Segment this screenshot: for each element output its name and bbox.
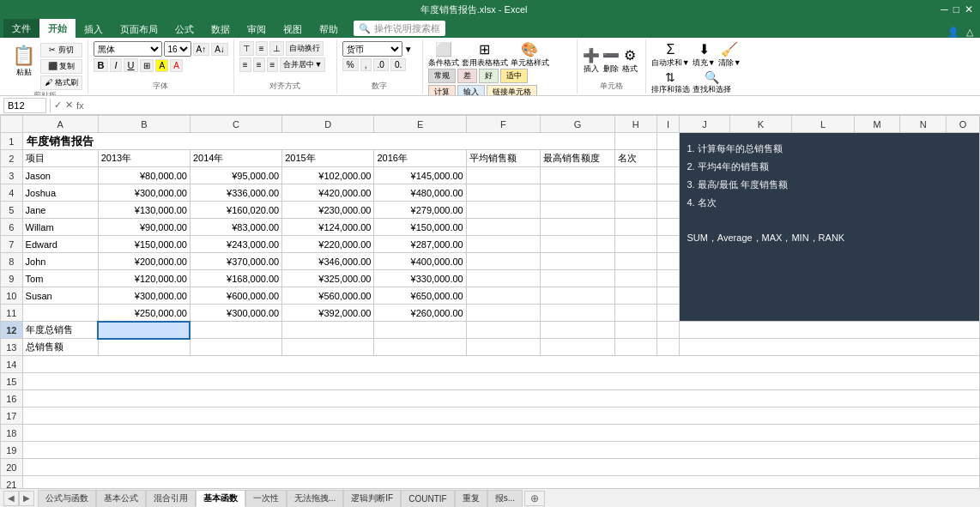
tab-view[interactable]: 视图: [275, 21, 311, 38]
cell-c4[interactable]: ¥336,000.00: [190, 184, 281, 202]
paste-button[interactable]: 📋 粘贴: [9, 43, 39, 80]
cell-a8[interactable]: John: [22, 253, 98, 270]
percent-button[interactable]: %: [342, 58, 359, 71]
cell-b5[interactable]: ¥130,000.00: [98, 202, 190, 219]
sheet-tab-basic-formula[interactable]: 基本公式: [96, 490, 146, 507]
cell-e8[interactable]: ¥400,000.00: [374, 253, 466, 270]
cut-button[interactable]: ✂ 剪切: [40, 43, 82, 57]
sheet-nav-left[interactable]: ◀: [3, 491, 19, 506]
cell-e4[interactable]: ¥480,000.00: [374, 184, 466, 202]
sheet-tab-countif[interactable]: COUNTIF: [401, 490, 454, 507]
align-bottom-button[interactable]: ⊥: [269, 41, 284, 56]
cell-e5[interactable]: ¥279,000.00: [374, 202, 466, 219]
font-color-button[interactable]: A: [170, 59, 183, 72]
cell-b7[interactable]: ¥150,000.00: [98, 236, 190, 253]
share-button[interactable]: △: [966, 27, 973, 38]
cell-h2[interactable]: 名次: [614, 150, 656, 167]
cell-a3[interactable]: Jason: [22, 167, 98, 184]
cell-d4[interactable]: ¥420,000.00: [282, 184, 374, 202]
cell-c10[interactable]: ¥600,000.00: [190, 287, 281, 305]
underline-button[interactable]: U: [124, 58, 139, 72]
cell-b10[interactable]: ¥300,000.00: [98, 287, 190, 305]
cell-b6[interactable]: ¥90,000.00: [98, 219, 190, 236]
cell-e7[interactable]: ¥287,000.00: [374, 236, 466, 253]
cell-d2[interactable]: 2015年: [282, 150, 374, 167]
cell-c11[interactable]: ¥300,000.00: [190, 305, 281, 322]
align-left-button[interactable]: ≡: [239, 57, 251, 72]
cell-reference-input[interactable]: [3, 98, 46, 113]
cell-a13[interactable]: 总销售额: [22, 339, 98, 356]
cell-b3[interactable]: ¥80,000.00: [98, 167, 190, 184]
maximize-icon[interactable]: □: [953, 3, 959, 15]
cell-a7[interactable]: Edward: [22, 236, 98, 253]
close-icon[interactable]: ✕: [965, 3, 973, 15]
tab-help[interactable]: 帮助: [311, 21, 347, 38]
fill-color-button[interactable]: A: [155, 59, 168, 72]
cell-b11[interactable]: ¥250,000.00: [98, 305, 190, 322]
align-middle-button[interactable]: ≡: [256, 41, 268, 56]
cell-d10[interactable]: ¥560,000.00: [282, 287, 374, 305]
wrap-text-button[interactable]: 自动换行: [286, 41, 324, 56]
cell-b2[interactable]: 2013年: [98, 150, 190, 167]
cell-e3[interactable]: ¥145,000.00: [374, 167, 466, 184]
align-top-button[interactable]: ⊤: [239, 41, 254, 56]
minimize-icon[interactable]: ─: [941, 3, 948, 15]
autosum-button[interactable]: Σ 自动求和▼: [651, 42, 690, 69]
search-box[interactable]: 🔍 操作说明搜索框: [354, 21, 445, 36]
cell-c7[interactable]: ¥243,000.00: [190, 236, 281, 253]
find-select-button[interactable]: 🔍 查找和选择: [693, 70, 731, 95]
sheet-nav-right[interactable]: ▶: [19, 491, 34, 506]
cell-b9[interactable]: ¥120,000.00: [98, 270, 190, 287]
italic-button[interactable]: I: [110, 58, 121, 72]
sort-filter-button[interactable]: ⇅ 排序和筛选: [651, 70, 690, 95]
cell-d3[interactable]: ¥102,000.00: [282, 167, 374, 184]
cell-c6[interactable]: ¥83,000.00: [190, 219, 281, 236]
font-size-increase[interactable]: A↑: [193, 43, 210, 56]
cell-c2[interactable]: 2014年: [190, 150, 281, 167]
delete-button[interactable]: ➖ 删除: [602, 47, 620, 75]
sheet-tab-mixed-ref[interactable]: 混合引用: [146, 490, 196, 507]
format-painter-button[interactable]: 🖌 格式刷: [40, 75, 82, 90]
cell-d6[interactable]: ¥124,000.00: [282, 219, 374, 236]
cell-d9[interactable]: ¥325,000.00: [282, 270, 374, 287]
cell-d5[interactable]: ¥230,000.00: [282, 202, 374, 219]
sheet-tab-basic-functions[interactable]: 基本函数: [196, 490, 245, 507]
cell-c8[interactable]: ¥370,000.00: [190, 253, 281, 270]
decrease-decimal-button[interactable]: 0.: [390, 58, 406, 71]
cell-a9[interactable]: Tom: [22, 270, 98, 287]
sheet-tab-repeat[interactable]: 重复: [455, 490, 487, 507]
cell-e10[interactable]: ¥650,000.00: [374, 287, 466, 305]
fill-button[interactable]: ⬇ 填充▼: [693, 41, 716, 69]
sheet-tab-no-drag[interactable]: 无法拖拽...: [287, 490, 343, 507]
sheet-tab-formulas[interactable]: 公式与函数: [38, 490, 96, 507]
border-button[interactable]: ⊞: [140, 59, 154, 72]
align-right-button[interactable]: ≡: [267, 57, 279, 72]
sheet-tab-logic-if[interactable]: 逻辑判断IF: [343, 490, 401, 507]
merge-center-button[interactable]: 合并居中▼: [280, 57, 325, 72]
tab-home[interactable]: 开始: [39, 19, 76, 38]
copy-button[interactable]: ⬛ 复制: [40, 59, 82, 74]
cell-a6[interactable]: Willam: [22, 219, 98, 236]
add-sheet-button[interactable]: ⊕: [524, 491, 545, 506]
cell-styles-button[interactable]: 🎨 单元格样式: [511, 41, 549, 69]
bold-button[interactable]: B: [94, 58, 109, 72]
cell-c5[interactable]: ¥160,020.00: [190, 202, 281, 219]
tab-review[interactable]: 审阅: [239, 21, 275, 38]
cell-a1[interactable]: 年度销售报告: [22, 133, 614, 150]
tab-page-layout[interactable]: 页面布局: [112, 21, 166, 38]
cell-a5[interactable]: Jane: [22, 202, 98, 219]
cell-b12-selected[interactable]: [98, 322, 190, 339]
cell-e9[interactable]: ¥330,000.00: [374, 270, 466, 287]
cell-e11[interactable]: ¥260,000.00: [374, 305, 466, 322]
align-center-button[interactable]: ≡: [253, 57, 265, 72]
format-as-table-button[interactable]: ⊞ 套用表格格式: [462, 41, 508, 69]
insert-button[interactable]: ➕ 插入: [583, 47, 600, 75]
cell-e6[interactable]: ¥150,000.00: [374, 219, 466, 236]
cell-f2[interactable]: 平均销售额: [466, 150, 540, 167]
cell-d7[interactable]: ¥220,000.00: [282, 236, 374, 253]
tab-insert[interactable]: 插入: [76, 21, 112, 38]
cell-b8[interactable]: ¥200,000.00: [98, 253, 190, 270]
font-family-select[interactable]: 黑体: [94, 41, 162, 57]
cell-d11[interactable]: ¥392,000.00: [282, 305, 374, 322]
cell-a10[interactable]: Susan: [22, 287, 98, 305]
